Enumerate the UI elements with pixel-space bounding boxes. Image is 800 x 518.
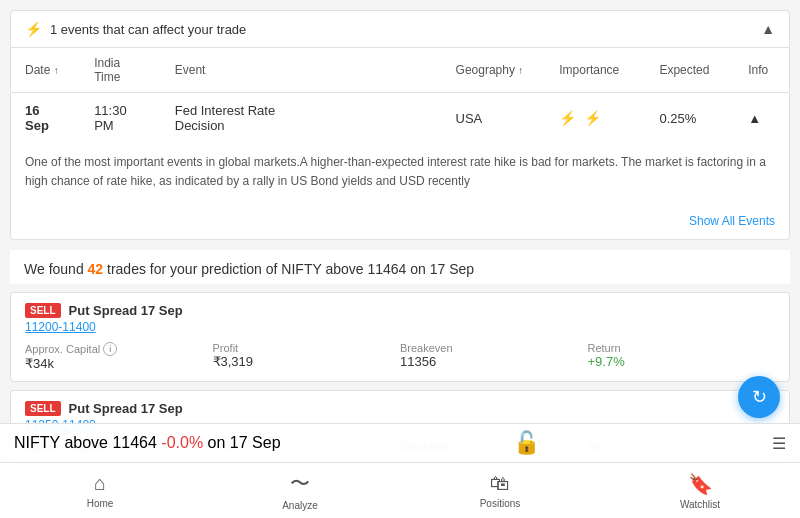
events-panel: ⚡ 1 events that can affect your trade ▲ … — [10, 10, 790, 240]
nav-analyze[interactable]: 〜 Analyze — [200, 463, 400, 518]
trade-card-2-header: SELL Put Spread 17 Sep — [25, 401, 775, 416]
events-count-text: 1 events that can affect your trade — [50, 22, 246, 37]
trades-section: We found 42 trades for your prediction o… — [10, 250, 790, 284]
event-row: 16 Sep 11:30 PM Fed Interest Rate Decisi… — [11, 93, 789, 144]
analyze-icon: 〜 — [290, 470, 310, 497]
home-icon: ⌂ — [94, 472, 106, 495]
filter-icon[interactable]: ☰ — [772, 434, 786, 453]
col-geography — [302, 48, 441, 93]
event-detail-text: One of the most important events in glob… — [11, 143, 789, 205]
prediction-text: NIFTY above 11464 — [14, 434, 161, 451]
capital-info-icon-1[interactable]: i — [103, 342, 117, 356]
nav-watchlist[interactable]: 🔖 Watchlist — [600, 463, 800, 518]
trade-type-1: Put Spread 17 Sep — [69, 303, 183, 318]
col-info: Info — [734, 48, 789, 93]
metric-breakeven-value-1: 11356 — [400, 354, 588, 369]
metric-profit-label-1: Profit — [213, 342, 401, 354]
events-header-left: ⚡ 1 events that can affect your trade — [25, 21, 246, 37]
trades-count: 42 — [88, 261, 104, 277]
sell-badge-1: SELL — [25, 303, 61, 318]
metric-profit-value-1: ₹3,319 — [213, 354, 401, 369]
trade-type-2: Put Spread 17 Sep — [69, 401, 183, 416]
event-name: Fed Interest Rate Decision — [161, 93, 302, 144]
nav-home-label: Home — [87, 498, 114, 509]
trades-prefix: We found — [24, 261, 88, 277]
metric-return-value-1: +9.7% — [588, 354, 776, 369]
trade-metrics-1: Approx. Capital i ₹34k Profit ₹3,319 Bre… — [25, 342, 775, 371]
col-expected: Expected — [645, 48, 734, 93]
refresh-fab[interactable]: ↻ — [738, 376, 780, 418]
show-all-row: Show All Events — [11, 205, 789, 239]
lock-icon-wrap: 🔓 — [513, 430, 540, 456]
events-table: Date ↑ India Time Event Geography ↑ Impo… — [11, 48, 789, 205]
prediction-change: -0.0% — [161, 434, 203, 451]
metric-breakeven-1: Breakeven 11356 — [400, 342, 588, 371]
event-date: 16 Sep — [11, 93, 80, 144]
metric-capital-1: Approx. Capital i ₹34k — [25, 342, 213, 371]
col-india-time: India Time — [80, 48, 161, 93]
nav-watchlist-label: Watchlist — [680, 499, 720, 510]
trade-range-1[interactable]: 11200-11400 — [25, 320, 775, 334]
sell-badge-2: SELL — [25, 401, 61, 416]
col-importance: Importance — [545, 48, 645, 93]
metric-return-1: Return +9.7% — [588, 342, 776, 371]
importance-icons: ⚡ ⚡ — [559, 110, 603, 126]
event-detail-row: One of the most important events in glob… — [11, 143, 789, 205]
nav-analyze-label: Analyze — [282, 500, 318, 511]
show-all-events-link[interactable]: Show All Events — [689, 214, 775, 228]
event-importance: ⚡ ⚡ — [545, 93, 645, 144]
col-event: Event — [161, 48, 302, 93]
prediction-suffix: on 17 Sep — [203, 434, 280, 451]
lock-icon: 🔓 — [513, 430, 540, 456]
bottom-nav: ⌂ Home 〜 Analyze 🛍 Positions 🔖 Watchlist — [0, 462, 800, 518]
event-expected: 0.25% — [645, 93, 734, 144]
prediction-bar: NIFTY above 11464 -0.0% on 17 Sep 🔓 ☰ — [0, 423, 800, 462]
geo-sort-icon: ↑ — [518, 65, 523, 76]
metric-breakeven-label-1: Breakeven — [400, 342, 588, 354]
col-geography-head: Geography ↑ — [442, 48, 546, 93]
event-time: 11:30 PM — [80, 93, 161, 144]
trade-card-1-header: SELL Put Spread 17 Sep — [25, 303, 775, 318]
trades-suffix: trades for your prediction of NIFTY abov… — [103, 261, 474, 277]
metric-capital-label-1: Approx. Capital i — [25, 342, 213, 356]
nav-home[interactable]: ⌂ Home — [0, 463, 200, 518]
lightning-icon: ⚡ — [25, 21, 42, 37]
prediction-bar-text: NIFTY above 11464 -0.0% on 17 Sep — [14, 434, 281, 452]
event-geography: USA — [442, 93, 546, 144]
col-date: Date ↑ — [11, 48, 80, 93]
event-geo-filler — [302, 93, 441, 144]
event-info-toggle[interactable]: ▲ — [734, 93, 789, 144]
collapse-icon[interactable]: ▲ — [761, 21, 775, 37]
positions-icon: 🛍 — [490, 472, 510, 495]
events-panel-header: ⚡ 1 events that can affect your trade ▲ — [11, 11, 789, 48]
metric-capital-value-1: ₹34k — [25, 356, 213, 371]
nav-positions-label: Positions — [480, 498, 521, 509]
trades-found-text: We found 42 trades for your prediction o… — [24, 261, 474, 277]
watchlist-icon: 🔖 — [688, 472, 713, 496]
metric-profit-1: Profit ₹3,319 — [213, 342, 401, 371]
date-sort-icon: ↑ — [54, 65, 59, 76]
metric-return-label-1: Return — [588, 342, 776, 354]
trade-card-1: SELL Put Spread 17 Sep 11200-11400 Appro… — [10, 292, 790, 382]
nav-positions[interactable]: 🛍 Positions — [400, 463, 600, 518]
refresh-icon: ↻ — [752, 386, 767, 408]
